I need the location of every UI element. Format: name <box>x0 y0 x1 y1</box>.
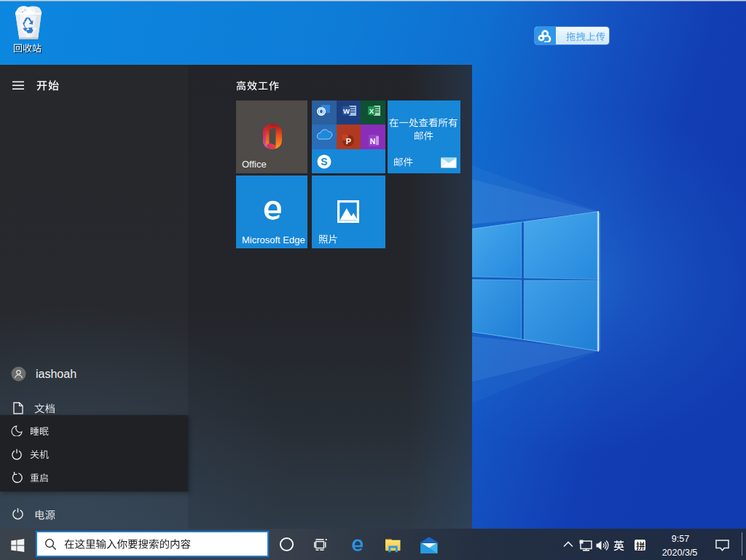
svg-text:O: O <box>318 108 324 116</box>
svg-text:P: P <box>346 137 351 146</box>
svg-text:S: S <box>321 156 327 167</box>
svg-text:W: W <box>343 107 350 115</box>
svg-text:N: N <box>370 137 376 146</box>
svg-text:X: X <box>369 107 374 115</box>
